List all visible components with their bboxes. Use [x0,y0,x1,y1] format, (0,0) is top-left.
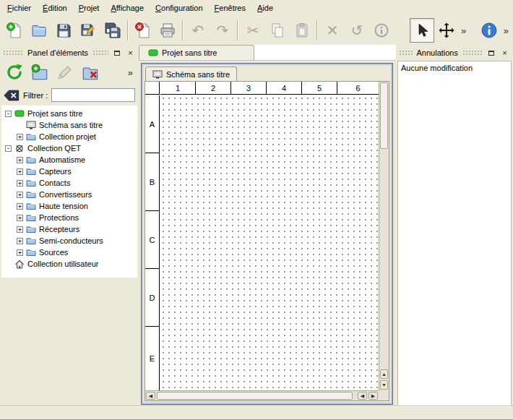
filter-input[interactable] [51,88,135,102]
horizontal-scrollbar[interactable]: ◀ ◀ ▶ [145,390,379,400]
edit-element-button[interactable] [54,61,76,83]
row-label: D [145,269,159,327]
diagram-grid[interactable] [160,95,379,390]
menu-affichage[interactable]: Affichage [105,1,150,15]
save-button[interactable] [51,18,76,43]
about-button[interactable] [477,18,501,43]
vertical-scrollbar[interactable]: ▲ ▼ [379,82,389,390]
folder-icon [26,190,36,199]
expand-icon[interactable]: + [17,192,23,198]
close-document-button[interactable] [131,18,155,43]
rotate-button[interactable]: ↺ [345,18,369,43]
tree-item-label: Collection projet [39,132,96,141]
expand-icon[interactable]: + [17,215,23,221]
save-as-button[interactable] [76,18,100,43]
save-icon [55,22,72,39]
scroll-left-button-2[interactable]: ◀ [358,392,367,400]
reload-collections-button[interactable] [4,61,25,83]
elements-panel-toolbar: » [0,59,139,85]
tree-item-collection-projet[interactable]: + Collection projet [1,131,137,142]
hscroll-thumb[interactable] [157,392,353,400]
tree-item-protections[interactable]: + Protections [1,212,137,223]
elements-panel-titlebar[interactable]: Panel d'éléments × [1,46,137,59]
new-element-button[interactable] [29,61,51,83]
expand-icon[interactable]: + [17,180,23,187]
menu-projet[interactable]: Projet [73,1,105,15]
toolbar-separator [127,20,129,40]
vscroll-track[interactable] [379,150,389,369]
scroll-right-button[interactable]: ▶ [368,392,378,400]
hscroll-track[interactable] [353,391,357,400]
elements-panel-close-button[interactable]: × [125,48,136,58]
expand-icon[interactable]: + [17,203,23,210]
expand-icon[interactable]: + [17,238,23,244]
expand-icon[interactable]: + [17,134,23,140]
delete-icon: ✕ [327,23,339,38]
panel-toolbar-overflow-chevron[interactable]: » [126,67,135,78]
save-all-button[interactable] [100,18,125,43]
tree-item-haute-tension[interactable]: + Haute tension [1,200,137,212]
menu-fichier[interactable]: Fichier [1,1,37,15]
undo-panel-float-button[interactable] [486,48,496,58]
tab-projet-sans-titre[interactable]: Projet sans titre [139,45,254,60]
element-info-button[interactable] [369,18,394,43]
main-toolbar: ↶ ↷ ✂ ✕ ↺ » » [0,16,513,45]
tree-item-contacts[interactable]: + Contacts [1,177,137,189]
undo-button[interactable]: ↶ [186,18,210,43]
clear-filter-button[interactable] [4,89,20,102]
tree-item-recepteurs[interactable]: + Récepteurs [1,223,137,235]
undo-panel-titlebar[interactable]: Annulations × [397,46,512,59]
tree-item-semi-conducteurs[interactable]: + Semi-conducteurs [1,235,137,247]
collapse-icon[interactable]: - [5,111,12,117]
undo-panel-close-button[interactable]: × [499,48,510,58]
menu-aide[interactable]: Aide [251,1,279,15]
print-button[interactable] [155,18,180,43]
tree-item-capteurs[interactable]: + Capteurs [1,166,137,177]
expand-icon[interactable]: + [17,249,23,256]
row-label: E [145,327,159,390]
toolbar-overflow-chevron-2[interactable]: » [501,25,511,36]
undo-history-empty-item[interactable]: Aucune modification [398,61,511,74]
menu-configuration[interactable]: Configuration [150,1,208,15]
diagram-canvas[interactable]: 1 2 3 4 5 6 A B C D E [145,82,379,390]
elements-panel-float-button[interactable] [111,48,122,58]
scroll-down-button[interactable]: ▼ [380,380,388,390]
cut-button[interactable]: ✂ [241,18,265,43]
toolbar-overflow-chevron[interactable]: » [459,25,468,36]
scrollbar-corner [379,390,389,400]
open-document-button[interactable] [27,18,51,43]
toolbar-separator [182,20,184,40]
expand-icon[interactable]: + [17,157,23,163]
collapse-icon[interactable]: - [5,145,12,152]
menu-fenetres[interactable]: Fenêtres [209,1,251,15]
new-document-button[interactable] [2,18,27,43]
delete-button[interactable]: ✕ [320,18,345,43]
delete-element-button[interactable] [79,61,101,83]
tree-item-label: Sources [39,248,68,257]
elements-panel-filler [0,278,139,406]
menu-edition[interactable]: Édition [37,1,73,15]
tree-item-automatisme[interactable]: + Automatisme [1,154,137,166]
scroll-left-button[interactable]: ◀ [146,392,155,400]
diagram-view[interactable]: 1 2 3 4 5 6 A B C D E [145,81,389,401]
column-label: 6 [337,82,379,94]
copy-button[interactable] [265,18,290,43]
tabbar-empty-area [254,45,396,60]
tab-schema-sans-titre[interactable]: Schéma sans titre [145,67,237,81]
expand-icon[interactable]: + [17,168,23,175]
select-tool-button[interactable] [410,18,434,43]
expand-icon[interactable]: + [17,226,23,233]
tree-item-schema-sans-titre[interactable]: Schéma sans titre [1,119,137,131]
move-tool-button[interactable] [434,18,459,43]
undo-history-list[interactable]: Aucune modification [397,61,512,406]
paste-button[interactable] [290,18,314,43]
scroll-up-button[interactable]: ▲ [380,369,388,379]
mdi-area: Projet sans titre Schéma sans titre 1 [139,45,396,406]
tree-item-collection-utilisateur[interactable]: Collection utilisateur [1,258,137,270]
tree-item-sources[interactable]: + Sources [1,247,137,258]
vscroll-thumb[interactable] [380,82,388,149]
tree-item-collection-qet[interactable]: - Collection QET [1,142,137,154]
tree-item-convertisseurs[interactable]: + Convertisseurs [1,189,137,200]
tree-item-projet-sans-titre[interactable]: - Projet sans titre [1,108,137,119]
redo-button[interactable]: ↷ [210,18,235,43]
